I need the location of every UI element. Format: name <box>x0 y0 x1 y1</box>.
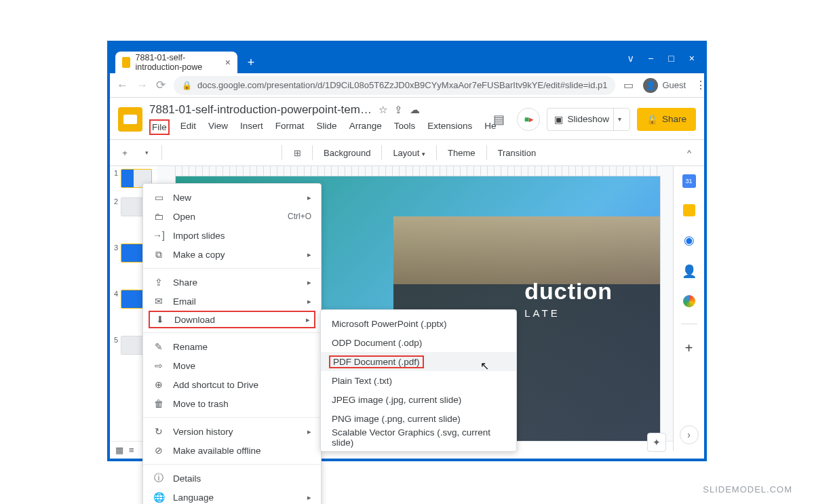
menu-details[interactable]: ⓘDetails <box>143 469 321 488</box>
textbox-icon[interactable]: ⊞ <box>288 143 307 162</box>
watermark: SLIDEMODEL.COM <box>703 484 792 495</box>
menu-import-slides[interactable]: →]Import slides <box>143 226 321 245</box>
menu-rename[interactable]: ✎Rename <box>143 337 321 356</box>
thumb-number: 5 <box>114 336 118 344</box>
close-tab-icon[interactable]: × <box>225 57 231 68</box>
menu-insert[interactable]: Insert <box>239 119 265 135</box>
window-titlebar: 7881-01-self-introduction-powe × + v − □… <box>110 43 704 73</box>
transition-button[interactable]: Transition <box>492 148 542 158</box>
tasks-icon[interactable]: ◉ <box>682 233 697 248</box>
separator <box>282 145 282 160</box>
separator <box>381 145 382 160</box>
collapse-toolbar-icon[interactable]: ^ <box>680 143 699 162</box>
menu-open[interactable]: 🗀OpenCtrl+O <box>143 207 321 226</box>
history-icon: ↻ <box>153 426 165 437</box>
shortcut-icon: ⊕ <box>153 379 165 390</box>
layout-button[interactable]: Layout ▾ <box>387 148 431 158</box>
contacts-icon[interactable]: 👤 <box>682 264 697 279</box>
slideshow-caret-icon[interactable]: ▾ <box>613 109 625 130</box>
slides-logo-icon[interactable] <box>118 107 142 132</box>
download-png[interactable]: PNG image (.png, current slide) <box>321 409 516 428</box>
separator <box>486 145 487 160</box>
maps-icon[interactable] <box>683 295 695 307</box>
profile-chip[interactable]: 👤 Guest <box>643 78 686 93</box>
menu-share[interactable]: ⇪Share▸ <box>143 273 321 292</box>
browser-tab[interactable]: 7881-01-self-introduction-powe × <box>115 52 237 73</box>
menu-add-shortcut[interactable]: ⊕Add shortcut to Drive <box>143 375 321 394</box>
share-label: Share <box>662 114 686 124</box>
filmstrip-grid-icon[interactable]: ▦ <box>115 445 123 455</box>
menu-file[interactable]: File <box>149 119 170 135</box>
download-odp[interactable]: ODP Document (.odp) <box>321 333 516 352</box>
star-icon[interactable]: ☆ <box>379 104 387 116</box>
dropdown-icon[interactable]: v <box>628 53 633 64</box>
theme-button[interactable]: Theme <box>442 148 480 158</box>
import-icon: →] <box>153 230 165 241</box>
menu-make-copy[interactable]: ⧉Make a copy▸ <box>143 245 321 264</box>
close-window-icon[interactable]: × <box>689 53 695 64</box>
keep-icon[interactable] <box>683 204 695 216</box>
menu-move-to-trash[interactable]: 🗑Move to trash <box>143 394 321 413</box>
thumb-number: 3 <box>114 244 118 252</box>
share-button[interactable]: 🔒 Share <box>637 108 696 131</box>
menu-new[interactable]: ▭New▸ <box>143 188 321 207</box>
slides-app: 7881-01-self-introduction-powerpoint-tem… <box>110 98 704 459</box>
menu-download[interactable]: ⬇Download▸ <box>149 311 315 328</box>
menu-slide[interactable]: Slide <box>315 119 338 135</box>
new-doc-icon: ▭ <box>153 192 165 203</box>
move-doc-icon[interactable]: ⇪ <box>394 104 403 116</box>
filmstrip-list-icon[interactable]: ≡ <box>129 445 134 455</box>
slideshow-button[interactable]: ▣ Slideshow ▾ <box>547 108 630 131</box>
new-tab-button[interactable]: + <box>241 53 260 72</box>
menu-version-history[interactable]: ↻Version history▸ <box>143 422 321 441</box>
explore-button[interactable]: ✦ <box>647 433 666 452</box>
back-icon[interactable]: ← <box>117 79 128 92</box>
addons-plus-icon[interactable]: + <box>682 341 697 355</box>
address-bar: ← → ⟳ 🔒 docs.google.com/presentation/d/1… <box>110 73 704 98</box>
download-pptx[interactable]: Microsoft PowerPoint (.pptx) <box>321 314 516 333</box>
collapse-sidepanel-icon[interactable]: › <box>680 425 699 444</box>
slide-title-text: duction LATE <box>524 278 613 319</box>
download-txt[interactable]: Plain Text (.txt) <box>321 371 516 390</box>
menu-email[interactable]: ✉Email▸ <box>143 292 321 311</box>
reader-mode-icon[interactable]: ▭ <box>623 79 634 92</box>
new-slide-caret-icon[interactable]: ▾ <box>137 143 156 162</box>
background-button[interactable]: Background <box>318 148 376 158</box>
menu-move[interactable]: ⇨Move <box>143 356 321 375</box>
separator <box>161 145 162 160</box>
tab-title: 7881-01-self-introduction-powe <box>136 53 220 72</box>
info-icon: ⓘ <box>153 472 165 484</box>
browser-window: 7881-01-self-introduction-powe × + v − □… <box>107 41 707 461</box>
separator <box>312 145 313 160</box>
cloud-status-icon[interactable]: ☁ <box>410 104 420 116</box>
menu-edit[interactable]: Edit <box>179 119 197 135</box>
url-field[interactable]: 🔒 docs.google.com/presentation/d/1D9CiL0… <box>174 76 615 95</box>
maximize-icon[interactable]: □ <box>668 53 674 64</box>
pencil-icon: ✎ <box>153 341 165 352</box>
window-controls: v − □ × <box>628 43 704 73</box>
calendar-icon[interactable]: 31 <box>682 174 696 188</box>
share-icon: ⇪ <box>153 277 165 288</box>
comments-icon[interactable]: ▤ <box>487 108 510 131</box>
menu-view[interactable]: View <box>207 119 229 135</box>
meet-icon[interactable]: ■▸ <box>517 108 540 131</box>
menu-extensions[interactable]: Extensions <box>426 119 473 135</box>
menu-tools[interactable]: Tools <box>393 119 417 135</box>
download-jpeg[interactable]: JPEG image (.jpg, current slide) <box>321 390 516 409</box>
new-slide-button[interactable]: + <box>115 143 134 162</box>
menu-offline[interactable]: ⊘Make available offline <box>143 441 321 460</box>
menu-arrange[interactable]: Arrange <box>348 119 383 135</box>
email-icon: ✉ <box>153 296 165 307</box>
browser-overflow-icon[interactable]: ⋮ <box>695 79 706 92</box>
download-svg[interactable]: Scalable Vector Graphics (.svg, current … <box>321 428 516 447</box>
slideshow-icon: ▣ <box>554 114 563 125</box>
share-lock-icon: 🔒 <box>646 114 658 125</box>
document-title[interactable]: 7881-01-self-introduction-powerpoint-tem… <box>149 103 373 117</box>
guest-label: Guest <box>662 80 686 90</box>
forward-icon[interactable]: → <box>136 79 148 92</box>
minimize-icon[interactable]: − <box>648 53 653 64</box>
menu-language[interactable]: 🌐Language▸ <box>143 488 321 504</box>
menu-format[interactable]: Format <box>274 119 306 135</box>
thumb-number: 1 <box>114 169 118 177</box>
reload-icon[interactable]: ⟳ <box>156 78 166 92</box>
